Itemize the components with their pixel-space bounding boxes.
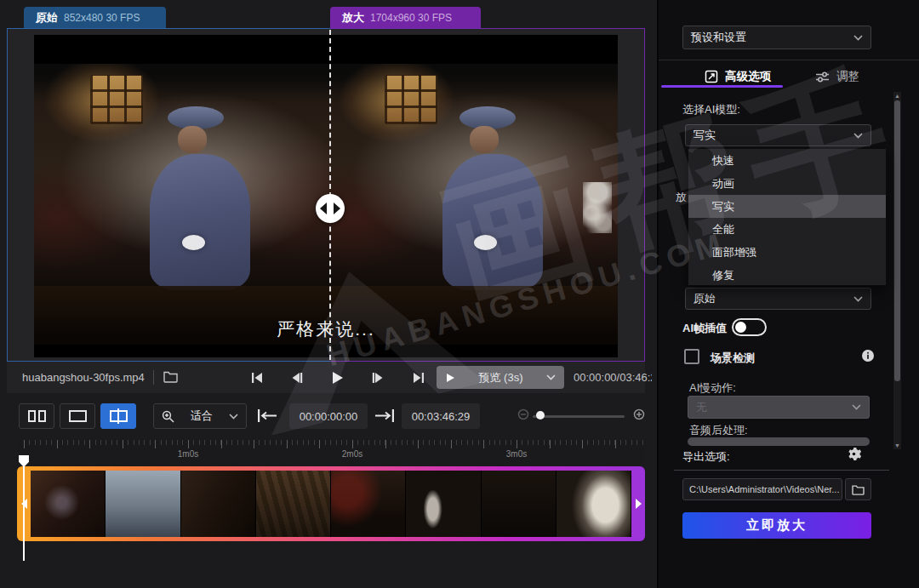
clip-thumbnail — [557, 471, 631, 537]
frame-interpolation-label: AI帧插值 — [682, 321, 727, 336]
player-bar: huabangshou-30fps.mp4 预览 (3s) 00:00:00/0… — [7, 362, 645, 393]
clip-thumbnail — [181, 471, 256, 537]
timeline-zoom-slider-knob[interactable] — [536, 411, 545, 420]
trim-end-handle[interactable] — [631, 466, 645, 541]
single-view-button[interactable] — [60, 403, 95, 429]
dropdown-option-selected[interactable]: 写实 — [688, 195, 886, 218]
start-time-value: 00:00:00:00 — [300, 410, 358, 423]
scrollbar-thumb[interactable] — [894, 100, 900, 381]
mark-in-icon[interactable] — [257, 409, 277, 422]
dropdown-option[interactable]: 快速 — [688, 149, 886, 172]
tab-upscaled-video[interactable]: 放大 1704x960 30 FPS — [330, 7, 481, 29]
slow-motion-select[interactable]: 无 — [688, 396, 870, 419]
video-preview: 严格来说... — [7, 28, 645, 362]
tab-original-video[interactable]: 原始 852x480 30 FPS — [24, 7, 166, 29]
tab-adjust-label: 调整 — [836, 69, 859, 84]
dropdown-option[interactable]: 面部增强 — [688, 241, 886, 264]
tab-adjust[interactable]: 调整 — [815, 69, 859, 84]
output-path-input[interactable]: C:\Users\Administrator\Videos\Ner... — [682, 478, 842, 500]
dropdown-option[interactable]: 全能 — [688, 218, 886, 241]
clip-thumbnail — [331, 471, 406, 537]
split-view-button[interactable] — [100, 403, 136, 429]
presets-label: 预设和设置 — [691, 30, 853, 45]
end-time-input[interactable]: 00:03:46:29 — [402, 403, 480, 429]
clip-thumbnail — [406, 471, 481, 537]
chevron-down-icon — [229, 414, 238, 420]
dropdown-option[interactable]: 修复 — [688, 264, 886, 287]
start-time-input[interactable]: 00:00:00:00 — [289, 403, 368, 429]
ai-model-value: 写实 — [694, 128, 853, 143]
secondary-select[interactable]: 原始 — [685, 288, 871, 310]
tab-upscaled-label: 放大 — [342, 10, 364, 26]
sidebar-scrollbar[interactable]: ▲ ▼ — [893, 92, 901, 449]
side-by-side-view-button[interactable] — [19, 403, 54, 429]
tab-upscaled-meta: 1704x960 30 FPS — [370, 12, 452, 24]
side-by-side-icon — [28, 410, 46, 422]
timeline-zoom-slider[interactable] — [533, 415, 625, 418]
ruler-label: 2m0s — [342, 449, 362, 459]
mark-out-icon[interactable] — [374, 409, 395, 422]
scene-detection-checkbox[interactable] — [684, 349, 699, 364]
chevron-down-icon — [852, 404, 861, 410]
upscale-now-button[interactable]: 立即放大 — [682, 512, 871, 539]
zoom-out-icon[interactable] — [517, 408, 530, 421]
tab-advanced-options[interactable]: 高级选项 — [705, 69, 771, 84]
preview-3s-button[interactable]: 预览 (3s) — [437, 366, 564, 389]
app-root: 原始 852x480 30 FPS 放大 1704x960 30 FPS — [0, 0, 919, 588]
view-controls: 适合 00:00:00:00 00:03:46:29 — [7, 393, 645, 436]
comparison-drag-handle[interactable] — [316, 194, 345, 223]
scroll-down-arrow-icon[interactable]: ▼ — [893, 442, 901, 448]
chevron-down-icon — [546, 374, 556, 380]
browse-folder-button[interactable] — [845, 478, 871, 500]
info-icon[interactable] — [861, 349, 875, 363]
presets-select[interactable]: 预设和设置 — [682, 26, 871, 49]
upscale-button-label: 立即放大 — [746, 517, 808, 534]
original-half — [34, 64, 330, 345]
ruler-label: 3m0s — [506, 449, 527, 459]
next-frame-button[interactable] — [370, 370, 385, 385]
open-file-icon[interactable] — [163, 370, 178, 383]
tab-original-label: 原始 — [36, 10, 58, 26]
preview-play-icon — [445, 373, 455, 383]
tab-original-meta: 852x480 30 FPS — [64, 12, 140, 24]
clip-thumbnail — [482, 471, 557, 537]
skip-start-button[interactable] — [249, 370, 265, 385]
zoom-in-icon[interactable] — [633, 408, 646, 421]
ai-model-select[interactable]: 写实 — [685, 124, 871, 146]
scene-window — [90, 75, 143, 124]
scroll-up-arrow-icon[interactable]: ▲ — [893, 93, 901, 99]
preview-button-label: 预览 (3s) — [462, 370, 539, 385]
single-view-icon — [69, 410, 87, 422]
audio-post-select[interactable] — [688, 437, 870, 446]
model-label: 选择AI模型: — [682, 102, 740, 117]
secondary-select-value: 原始 — [694, 291, 853, 306]
frame-interpolation-toggle[interactable] — [732, 318, 767, 336]
tab-advanced-label: 高级选项 — [725, 69, 771, 84]
slow-motion-label: AI慢动作: — [689, 380, 736, 396]
gear-icon[interactable] — [846, 446, 862, 462]
playhead-line — [23, 459, 25, 561]
dropdown-option[interactable]: 动画 — [688, 172, 886, 195]
clip-thumbnail — [256, 471, 331, 537]
magnifier-plus-icon — [162, 410, 174, 423]
filename-label: huabangshou-30fps.mp4 — [22, 371, 145, 384]
output-path-value: C:\Users\Administrator\Videos\Ner... — [689, 484, 839, 494]
trim-right-arrow-icon — [636, 499, 642, 509]
zoom-mode-select[interactable]: 适合 — [153, 403, 247, 429]
timeline: 1m0s 2m0s 3m0s — [7, 438, 655, 574]
clip-thumbnail — [31, 471, 106, 537]
advanced-options-icon — [705, 70, 718, 83]
ai-model-dropdown-list: 快速 动画 写实 全能 面部增强 修复 — [688, 148, 887, 286]
upscaled-half — [330, 64, 618, 345]
timeline-ruler[interactable] — [17, 440, 645, 465]
play-button[interactable] — [329, 370, 345, 385]
export-options-label: 导出选项: — [682, 449, 730, 465]
timecode-display: 00:00:00/03:46:29 — [574, 371, 652, 384]
filmstrip — [31, 471, 631, 537]
ruler-label: 1m0s — [178, 449, 198, 459]
timeline-clip[interactable] — [17, 466, 645, 541]
skip-end-button[interactable] — [411, 370, 426, 385]
scene-detection-label: 场景检测 — [711, 351, 755, 366]
occluded-label-fragment: 放 — [676, 190, 687, 205]
previous-frame-button[interactable] — [289, 370, 305, 385]
